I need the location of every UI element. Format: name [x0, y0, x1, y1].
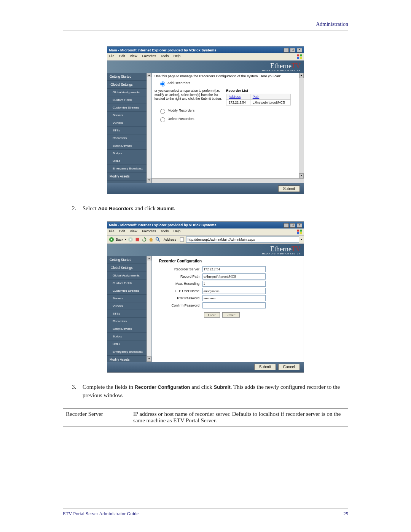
close-button[interactable]: ×	[297, 223, 302, 228]
window-titlebar: Main - Microsoft Internet Explorer provi…	[107, 46, 304, 53]
brand-suffix: TV	[292, 62, 301, 70]
maximize-button[interactable]: □	[290, 48, 295, 53]
menu-file[interactable]: File	[109, 229, 115, 233]
scroll-up-icon[interactable]: ▴	[299, 73, 304, 78]
sidebar-scrollbar[interactable]: ▴ ▾	[147, 256, 151, 362]
menu-edit[interactable]: Edit	[119, 229, 125, 233]
content-vscrollbar[interactable]: ▴ ▾	[299, 73, 304, 183]
search-icon[interactable]	[155, 237, 161, 242]
sidebar-item-urls[interactable]: URLs	[107, 157, 151, 165]
sidebar-item-global-settings[interactable]: -Global Settings	[107, 264, 151, 272]
sidebar-item-stbs[interactable]: STBs	[107, 127, 151, 134]
minimize-button[interactable]: _	[284, 48, 289, 53]
back-icon[interactable]	[109, 237, 114, 242]
input-ftp-password[interactable]	[202, 295, 266, 301]
input-max-recording[interactable]	[202, 281, 266, 287]
sidebar-item-vbricks[interactable]: VBricks	[107, 302, 151, 310]
brand-subtitle: MEDIA DISTRIBUTION SYSTEM	[107, 69, 301, 72]
scroll-down-icon[interactable]: ▾	[147, 356, 151, 362]
sidebar-item-scripts[interactable]: Scripts	[107, 150, 151, 157]
sidebar-item-getting-started[interactable]: Getting Started	[107, 73, 151, 81]
intro-text: Use this page to manage the Recorders Co…	[155, 74, 301, 78]
brand-banner: EtherneTV MEDIA DISTRIBUTION SYSTEM	[107, 61, 304, 73]
col-address[interactable]: Address	[226, 94, 250, 100]
sidebar-item-custom-fields[interactable]: Custom Fields	[107, 96, 151, 104]
menu-tools[interactable]: Tools	[161, 54, 169, 58]
menu-edit[interactable]: Edit	[119, 54, 125, 58]
input-recorder-server[interactable]	[202, 266, 266, 272]
brand-subtitle: MEDIA DISTRIBUTION SYSTEM	[107, 252, 301, 255]
menu-help[interactable]: Help	[174, 54, 181, 58]
menu-favorites[interactable]: Favorites	[142, 54, 156, 58]
sidebar-item-stbs[interactable]: STBs	[107, 310, 151, 318]
sidebar-item-global-assignments[interactable]: Global Assignments	[107, 272, 151, 280]
radio-modify-recorders[interactable]	[160, 109, 165, 114]
sidebar-item-getting-started[interactable]: Getting Started	[107, 256, 151, 264]
cancel-button[interactable]: Cancel	[278, 364, 300, 370]
refresh-icon[interactable]	[142, 237, 147, 242]
window-title: Main - Microsoft Internet Explorer provi…	[109, 48, 216, 52]
submit-button[interactable]: Submit	[254, 364, 276, 370]
sidebar-item-custom-fields[interactable]: Custom Fields	[107, 280, 151, 287]
sidebar-item-customize-streams[interactable]: Customize Streams	[107, 104, 151, 112]
sidebar-item-emergency[interactable]: Emergency Broadcast	[107, 348, 151, 356]
footer-bar: Submit	[107, 183, 304, 194]
sidebar-item-scripts[interactable]: Scripts	[107, 333, 151, 340]
brand-suffix: TV	[292, 245, 301, 253]
sidebar-item-servers[interactable]: Servers	[107, 295, 151, 302]
table-row[interactable]: 172.22.2.54 c:\Inetpub\ftproot\MCS	[226, 100, 291, 105]
svg-rect-4	[297, 229, 299, 231]
table-row: Recorder Server IP address or host name …	[63, 408, 348, 426]
revert-button[interactable]: Revert	[222, 312, 240, 318]
scroll-down-icon[interactable]: ▾	[299, 173, 304, 179]
submit-button[interactable]: Submit	[278, 185, 300, 192]
sidebar-item-global-assignments[interactable]: Global Assignments	[107, 89, 151, 96]
label-max-recording: Max. Recording	[159, 282, 202, 286]
forward-icon[interactable]	[128, 237, 133, 242]
footer-bar: Submit Cancel	[107, 362, 304, 372]
window-controls: _ □ ×	[283, 47, 302, 53]
col-path[interactable]: Path	[250, 94, 290, 100]
sidebar-item-script-devices[interactable]: Script Devices	[107, 325, 151, 333]
minimize-button[interactable]: _	[284, 223, 289, 228]
step-number: 3.	[72, 383, 83, 400]
menu-view[interactable]: View	[130, 229, 137, 233]
radio-delete-recorders[interactable]	[160, 117, 165, 122]
sidebar-item-servers[interactable]: Servers	[107, 112, 151, 119]
close-button[interactable]: ×	[297, 48, 302, 53]
sidebar-item-modify-assets[interactable]: Modify Assets	[107, 356, 151, 362]
input-ftp-user[interactable]	[202, 288, 266, 294]
sidebar-item-recorders[interactable]: Recorders	[107, 134, 151, 142]
input-confirm-password[interactable]	[202, 302, 266, 308]
radio-delete-label: Delete Recorders	[168, 117, 194, 121]
address-dropdown-icon[interactable]: ▾	[301, 238, 302, 241]
clear-button[interactable]: Clear	[204, 312, 220, 318]
menu-help[interactable]: Help	[174, 229, 181, 233]
radio-add-recorders[interactable]	[160, 81, 165, 86]
address-input[interactable]	[186, 236, 299, 243]
back-label[interactable]: Back	[116, 238, 123, 241]
input-record-path[interactable]	[202, 273, 266, 280]
sidebar-item-customize-streams[interactable]: Customize Streams	[107, 287, 151, 295]
sidebar-item-urls[interactable]: URLs	[107, 340, 151, 348]
radio-add-label: Add Recorders	[167, 81, 190, 85]
brand-name: Etherne	[270, 245, 292, 253]
sidebar-scrollbar[interactable]: ▴ ▾	[147, 73, 151, 183]
content-hscrollbar[interactable]	[152, 178, 299, 183]
stop-icon[interactable]	[135, 237, 140, 242]
sidebar-item-access-control[interactable]: Access Control	[107, 181, 151, 183]
menu-favorites[interactable]: Favorites	[142, 229, 156, 233]
maximize-button[interactable]: □	[290, 223, 295, 228]
scroll-down-icon[interactable]: ▾	[147, 178, 151, 183]
sidebar-item-global-settings[interactable]: -Global Settings	[107, 81, 151, 89]
home-icon[interactable]	[148, 237, 154, 242]
sidebar-item-modify-assets[interactable]: Modify Assets	[107, 173, 151, 181]
menu-view[interactable]: View	[130, 54, 137, 58]
sidebar-item-script-devices[interactable]: Script Devices	[107, 142, 151, 150]
menu-file[interactable]: File	[109, 54, 115, 58]
menu-tools[interactable]: Tools	[161, 229, 169, 233]
sidebar-item-vbricks[interactable]: VBricks	[107, 119, 151, 127]
sidebar-item-recorders[interactable]: Recorders	[107, 318, 151, 325]
sidebar-item-emergency[interactable]: Emergency Broadcast	[107, 165, 151, 173]
back-dropdown-icon[interactable]: ▾	[125, 238, 126, 241]
